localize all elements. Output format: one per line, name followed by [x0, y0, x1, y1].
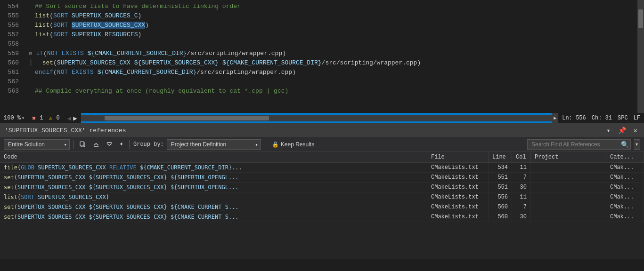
- result-code-2: set(SUPERTUX_SOURCES_CXX ${SUPERTUX_SOUR…: [0, 183, 427, 192]
- svg-rect-1: [80, 142, 84, 146]
- result-project-2: [531, 183, 606, 192]
- find-refs-title: 'SUPERTUX_SOURCES_CXX' references: [5, 127, 601, 134]
- result-row-5[interactable]: set(SUPERTUX_SOURCES_CXX ${SUPERTUX_SOUR…: [0, 212, 644, 222]
- pin-dropdown-btn[interactable]: ▾: [604, 126, 612, 136]
- result-cate-2: CMak...: [606, 183, 644, 192]
- find-refs-titlebar: 'SUPERTUX_SOURCES_CXX' references ▾ 📌 ✕: [0, 124, 644, 137]
- line-num-558: 558: [5, 40, 19, 49]
- toolbar-sep-3: [265, 140, 265, 149]
- horizontal-scrollbar[interactable]: [81, 115, 552, 121]
- expand-btn[interactable]: ✦: [117, 139, 125, 150]
- result-project-4: [531, 202, 606, 212]
- search-box-wrapper[interactable]: 🔍: [527, 139, 631, 150]
- result-row-0[interactable]: file(GLOB SUPERTUX_SOURCES_CXX RELATIVE …: [0, 163, 644, 173]
- result-line-3: 556: [489, 192, 512, 202]
- result-col-4: 7: [512, 202, 531, 212]
- result-col-5: 30: [512, 212, 531, 222]
- demote-btn[interactable]: [104, 139, 114, 150]
- results-scroll[interactable]: Code File Line Col Project Cate... file(…: [0, 152, 644, 259]
- warning-count: 0: [57, 115, 60, 121]
- scope-dropdown[interactable]: Entire Solution Current Project Current …: [4, 139, 70, 150]
- group-dropdown[interactable]: Project then Definition Definition Proje…: [167, 139, 261, 150]
- search-btn[interactable]: 🔍: [621, 141, 629, 148]
- code-line-554: ## Sort source lists to have determinist…: [24, 2, 637, 11]
- warning-icon: ⚠: [49, 114, 53, 122]
- close-panel-btn[interactable]: ✕: [632, 126, 639, 136]
- result-cate-1: CMak...: [606, 173, 644, 183]
- results-body: file(GLOB SUPERTUX_SOURCES_CXX RELATIVE …: [0, 163, 644, 222]
- result-file-0: CMakeLists.txt: [427, 163, 489, 173]
- result-project-1: [531, 173, 606, 183]
- result-line-4: 560: [489, 202, 512, 212]
- result-file-1: CMakeLists.txt: [427, 173, 489, 183]
- group-dropdown-wrapper[interactable]: Project then Definition Definition Proje…: [167, 139, 261, 150]
- result-line-5: 560: [489, 212, 512, 222]
- code-line-559: ⊟ if(NOT EXISTS ${CMAKE_CURRENT_SOURCE_D…: [24, 49, 637, 58]
- result-col-0: 11: [512, 163, 531, 173]
- error-icon: ✖: [32, 114, 36, 122]
- col-header-file: File: [427, 152, 489, 163]
- result-project-3: [531, 192, 606, 202]
- nav-back-icon[interactable]: ◀: [67, 114, 71, 122]
- line-num-554: 554: [5, 2, 19, 11]
- result-line-1: 551: [489, 173, 512, 183]
- toolbar-sep-2: [129, 140, 130, 149]
- col-header-code: Code: [0, 152, 427, 163]
- promote-icon: [93, 141, 99, 148]
- lock-icon: 🔒: [272, 141, 279, 148]
- scope-dropdown-wrapper[interactable]: Entire Solution Current Project Current …: [4, 139, 70, 150]
- keep-results-btn[interactable]: 🔒 Keep Results: [269, 140, 317, 149]
- search-input[interactable]: [527, 139, 631, 150]
- result-col-3: 11: [512, 192, 531, 202]
- result-code-1: set(SUPERTUX_SOURCES_CXX ${SUPERTUX_SOUR…: [0, 173, 427, 183]
- error-warning-status[interactable]: ✖ 1 ⚠ 0: [28, 113, 64, 123]
- result-file-5: CMakeLists.txt: [427, 212, 489, 222]
- pin-btn[interactable]: 📌: [616, 126, 628, 136]
- code-line-558: [24, 40, 637, 49]
- h-scrollbar-thumb[interactable]: [105, 116, 269, 120]
- line-num-560: 560: [5, 58, 19, 68]
- search-dropdown-btn[interactable]: ▾: [634, 139, 640, 150]
- code-line-560: │ set(SUPERTUX_SOURCES_CXX ${SUPERTUX_SO…: [24, 58, 637, 68]
- line-num-563: 563: [5, 87, 19, 96]
- demote-icon: [106, 141, 113, 148]
- find-refs-panel: 'SUPERTUX_SOURCES_CXX' references ▾ 📌 ✕ …: [0, 123, 644, 259]
- promote-btn[interactable]: [91, 139, 101, 150]
- zoom-level[interactable]: 100 % ▾: [0, 113, 28, 123]
- result-row-2[interactable]: set(SUPERTUX_SOURCES_CXX ${SUPERTUX_SOUR…: [0, 183, 644, 192]
- editor-scrollbar-thumb[interactable]: [638, 9, 643, 28]
- result-cate-0: CMak...: [606, 163, 644, 173]
- col-header-col: Col: [512, 152, 531, 163]
- line-num-557: 557: [5, 30, 19, 40]
- cursor-position: Ln: 556 Ch: 31 SPC LF: [558, 113, 644, 123]
- result-code-5: set(SUPERTUX_SOURCES_CXX ${SUPERTUX_SOUR…: [0, 212, 427, 222]
- copy-btn[interactable]: [78, 139, 88, 150]
- result-code-4: set(SUPERTUX_SOURCES_CXX ${SUPERTUX_SOUR…: [0, 202, 427, 212]
- line-num-556: 556: [5, 21, 19, 30]
- result-cate-4: CMak...: [606, 202, 644, 212]
- code-line-563: ## Compile everything at once (roughly e…: [24, 87, 637, 96]
- result-file-3: CMakeLists.txt: [427, 192, 489, 202]
- line-num-559: 559: [5, 49, 19, 58]
- code-content[interactable]: ## Sort source lists to have determinist…: [24, 0, 637, 113]
- code-line-562: [24, 77, 637, 87]
- zoom-dropdown-icon[interactable]: ▾: [22, 115, 24, 121]
- error-count: 1: [40, 115, 43, 121]
- result-row-1[interactable]: set(SUPERTUX_SOURCES_CXX ${SUPERTUX_SOUR…: [0, 173, 644, 183]
- copy-icon: [80, 141, 86, 148]
- editor-scrollbar[interactable]: [637, 0, 644, 113]
- result-row-4[interactable]: set(SUPERTUX_SOURCES_CXX ${SUPERTUX_SOUR…: [0, 202, 644, 212]
- results-container[interactable]: Code File Line Col Project Cate... file(…: [0, 152, 644, 259]
- result-project-0: [531, 163, 606, 173]
- status-bar: 100 % ▾ ✖ 1 ⚠ 0 ◀ ▶ ▶ Ln: 556 Ch: 31 SPC…: [0, 113, 644, 123]
- result-cate-5: CMak...: [606, 212, 644, 222]
- result-col-1: 7: [512, 173, 531, 183]
- toolbar-sep-1: [73, 140, 74, 149]
- col-header-line: Line: [489, 152, 512, 163]
- result-row-3[interactable]: list(SORT SUPERTUX_SOURCES_CXX) CMakeLis…: [0, 192, 644, 202]
- result-file-2: CMakeLists.txt: [427, 183, 489, 192]
- result-line-2: 551: [489, 183, 512, 192]
- nav-arrows[interactable]: ◀ ▶: [64, 113, 81, 123]
- nav-forward-icon[interactable]: ▶: [73, 114, 77, 122]
- scroll-right-btn[interactable]: ▶: [552, 113, 558, 123]
